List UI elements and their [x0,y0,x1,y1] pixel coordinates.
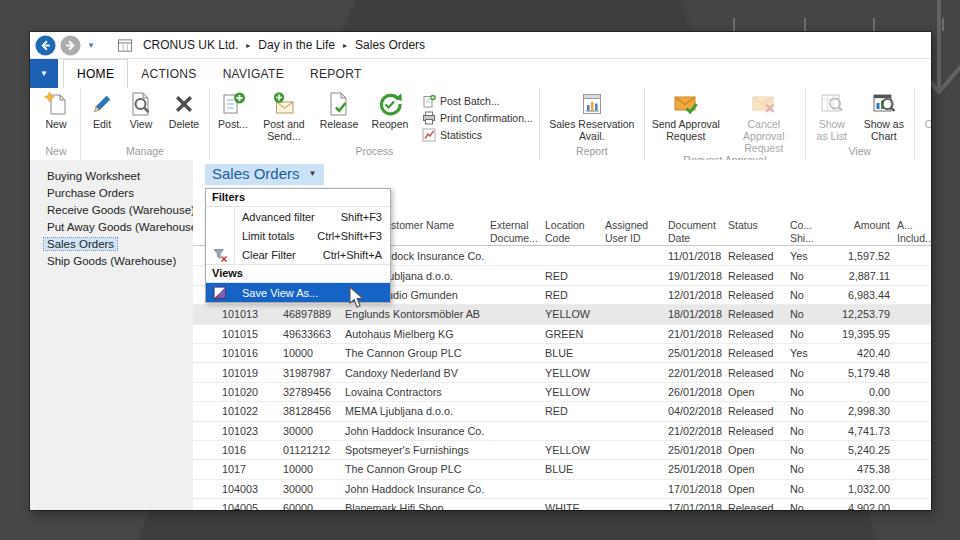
sidebar-item-sales-orders[interactable]: Sales Orders [30,236,193,253]
tab-home[interactable]: HOME [63,59,128,88]
ribbon-group-label: View [808,145,912,160]
cell-no: 101022 [222,405,283,417]
button-label: Show as List [812,118,852,142]
column-header-document-date[interactable]: DocumentDate [668,215,728,245]
column-header-line: Co... [790,219,842,232]
table-row[interactable]: 10101549633663Autohaus Mielberg KGGREEN2… [193,325,931,344]
table-row[interactable]: 10400560000Blanemark Hifi ShopWHITE17/01… [193,499,931,510]
cancel-approval-request-button[interactable]: Cancel Approval Request [725,91,803,154]
content-area: Buying WorksheetPurchase OrdersReceive G… [30,160,931,510]
menu-item-label: Limit totals [242,230,295,242]
cell-location-code: YELLOW [545,367,605,379]
cell-location-code: RED [545,405,605,417]
column-header-status[interactable]: Status [728,215,790,245]
cell-customer-name: Englunds Kontorsmöbler AB [345,308,490,320]
tab-actions[interactable]: ACTIONS [128,59,209,88]
post-button[interactable]: Post... [212,91,254,130]
sales-reservation-avail-button[interactable]: Sales Reservation Avail. [542,91,642,142]
cell-sell-to-customer-no: 38128456 [283,405,345,417]
history-chevron-down-icon[interactable]: ▼ [87,41,95,50]
tab-report[interactable]: REPORT [297,59,375,88]
menu-item-clear-filter[interactable]: Clear FilterCtrl+Shift+A [206,245,390,264]
table-row[interactable]: 10102238128456MEMA Ljubljana d.o.o.RED04… [193,402,931,421]
cell-location-code: YELLOW [545,386,605,398]
column-header-amount-including[interactable]: A...Includ... [890,215,931,245]
cell-sell-to-customer-no: 10000 [283,347,345,359]
cell-customer-name: MEMA Ljubljana d.o.o. [345,405,490,417]
show-as-chart-button[interactable]: Show as Chart [856,91,912,142]
page-title-dropdown[interactable]: Sales Orders ▼ [205,164,324,185]
application-menu-button[interactable]: ▼ [30,59,58,88]
sidebar-item-ship-goods-warehouse[interactable]: Ship Goods (Warehouse) [30,253,193,270]
cell-customer-name: Candoxy Nederland BV [345,367,490,379]
cell-customer-name: The Cannon Group PLC [345,463,490,475]
show-as-chart-icon [871,91,897,117]
table-row[interactable]: 10101346897889Englunds Kontorsmöbler ABY… [193,305,931,324]
column-header-completely-shipped[interactable]: Co...Shi... [790,215,842,245]
sidebar-item-buying-worksheet[interactable]: Buying Worksheet [30,168,193,185]
cell-amount: 0.00 [842,386,890,398]
reopen-button[interactable]: Reopen [364,91,416,130]
tab-navigate[interactable]: NAVIGATE [210,59,297,88]
column-header-line: User ID [605,232,668,245]
table-row[interactable]: 10101610000The Cannon Group PLCBLUE25/01… [193,344,931,363]
breadcrumb-item[interactable]: CRONUS UK Ltd. [143,38,238,52]
cell-amount: 19,395.95 [842,328,890,340]
post-and-send-button[interactable]: Post and Send... [254,91,314,142]
post-batch-button[interactable]: Post Batch... [422,92,533,109]
sidebar-item-purchase-orders[interactable]: Purchase Orders [30,185,193,202]
menu-item-limit-totals[interactable]: Limit totalsCtrl+Shift+F3 [206,226,390,245]
onenote-button[interactable]: NOneNote [917,91,931,130]
table-row[interactable]: 10101931987987Candoxy Nederland BVYELLOW… [193,363,931,382]
post-batch-icon [422,94,436,108]
view-button[interactable]: View [121,91,161,130]
forward-button[interactable] [60,35,81,56]
menu-item-advanced-filter[interactable]: Advanced filterShift+F3 [206,207,390,226]
cell-location-code: GREEN [545,328,605,340]
delete-button[interactable]: Delete [161,91,207,130]
button-label: Send Approval Request [651,118,721,142]
cell-no: 101016 [222,347,283,359]
cell-document-date: 12/01/2018 [668,289,728,301]
cell-location-code: BLUE [545,463,605,475]
send-approval-icon [673,91,699,117]
release-button[interactable]: Release [314,91,364,130]
print-confirmation-button[interactable]: Print Confirmation... [422,109,533,126]
application-window: ▼ CRONUS UK Ltd.▸Day in the Life▸Sales O… [30,32,931,510]
table-row[interactable]: 101601121212Spotsmeyer's FurnishingsYELL… [193,441,931,460]
edit-button[interactable]: Edit [83,91,121,130]
column-header-assigned-user-id[interactable]: AssignedUser ID [605,215,668,245]
send-approval-request-button[interactable]: Send Approval Request [647,91,725,142]
table-row[interactable]: 10102032789456Lovaina ContractorsYELLOW2… [193,383,931,402]
table-row[interactable]: 101710000The Cannon Group PLCBLUE25/01/2… [193,460,931,479]
cell-status: Released [728,425,790,437]
cell-amount: 5,179.48 [842,367,890,379]
statistics-button[interactable]: Statistics [422,126,533,143]
cell-amount: 4,741.73 [842,425,890,437]
mouse-cursor [349,286,366,309]
table-row[interactable]: 10400330000John Haddock Insurance Co.17/… [193,480,931,499]
show-as-list-button[interactable]: Show as List [808,91,856,142]
column-header-location-code[interactable]: LocationCode [545,215,605,245]
page-grid-icon [117,38,133,53]
button-label: Cancel Approval Request [729,118,799,154]
breadcrumb-item[interactable]: Sales Orders [355,38,425,52]
sidebar-item-label: Receive Goods (Warehouse) [44,204,198,216]
cell-amount: 2,887.11 [842,270,890,282]
menu-item-shortcut: Ctrl+Shift+A [323,249,382,261]
column-header-amount[interactable]: Amount [842,215,890,245]
column-header-external-document-no[interactable]: ExternalDocume... [490,215,545,245]
table-row[interactable]: 10102330000John Haddock Insurance Co.21/… [193,422,931,441]
back-button[interactable] [35,35,56,56]
activities-sidebar: Buying WorksheetPurchase OrdersReceive G… [30,160,193,510]
chevron-down-icon: ▼ [309,169,317,178]
cell-document-date: 25/01/2018 [668,463,728,475]
new-button[interactable]: New [34,91,78,130]
sidebar-item-put-away-goods-warehouse[interactable]: Put Away Goods (Warehouse) [30,219,193,236]
cell-amount: 475.38 [842,463,890,475]
cell-no: 104003 [222,483,283,495]
menu-item-shortcut: Ctrl+Shift+F3 [317,230,382,242]
sidebar-item-receive-goods-warehouse[interactable]: Receive Goods (Warehouse) [30,202,193,219]
breadcrumb: CRONUS UK Ltd.▸Day in the Life▸Sales Ord… [143,38,425,52]
breadcrumb-item[interactable]: Day in the Life [258,38,335,52]
